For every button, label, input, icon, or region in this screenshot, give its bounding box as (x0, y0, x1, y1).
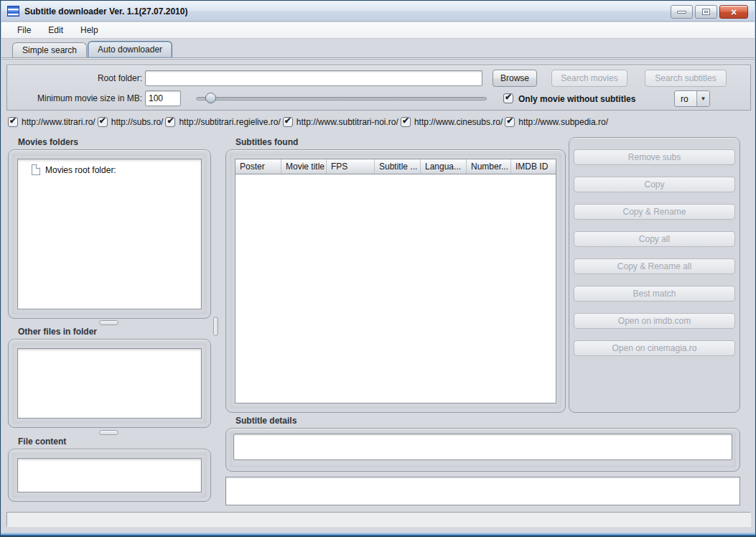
app-window: Subtitle downloader Ver. 1.1(27.07.2010)… (0, 0, 756, 537)
table-header-row: Poster Movie title FPS Subtitle ... Lang… (235, 159, 556, 174)
file-icon (32, 164, 40, 175)
status-bar (6, 512, 751, 527)
tab-auto-downloader[interactable]: Auto downloader (88, 41, 172, 57)
source-checkbox[interactable] (505, 117, 515, 127)
maximize-icon (702, 9, 710, 15)
source-checkbox[interactable] (165, 117, 175, 127)
source-url: http://subtitrari.regielive.ro/ (179, 117, 280, 127)
slider-track (196, 97, 487, 101)
app-icon (7, 6, 19, 17)
movies-folders-tree[interactable]: Movies root folder: (17, 159, 202, 309)
file-content-panel: File content (8, 436, 211, 502)
source-url: http://www.titrari.ro/ (22, 117, 95, 127)
movies-folders-title: Movies folders (8, 137, 211, 149)
min-size-label: Minimum movie size in MB: (7, 93, 142, 103)
actions-panel: Remove subs Copy Copy & Rename Copy all … (569, 137, 740, 413)
close-icon: × (731, 7, 737, 17)
close-button[interactable]: × (719, 5, 748, 19)
other-files-title: Other files in folder (8, 327, 211, 339)
window-controls: × (671, 5, 748, 19)
min-size-slider-thumb[interactable] (205, 93, 216, 103)
source-url: http://www.subtitrari-noi.ro/ (297, 117, 398, 127)
subtitles-found-box: Poster Movie title FPS Subtitle ... Lang… (225, 149, 566, 413)
only-without-subs-checkbox[interactable] (503, 93, 513, 103)
column-header-movie-title[interactable]: Movie title (281, 159, 327, 174)
other-files-panel: Other files in folder (8, 327, 211, 428)
search-subtitles-button[interactable]: Search subtitles (645, 70, 727, 87)
movies-folders-panel: Movies folders Movies root folder: (8, 137, 211, 319)
source-url: http://subs.ro/ (111, 117, 164, 127)
root-folder-label: Root folder: (7, 73, 142, 83)
horizontal-split-handle[interactable] (99, 430, 118, 435)
copy-rename-button[interactable]: Copy & Rename (574, 204, 735, 220)
language-value: ro (675, 91, 696, 106)
chevron-down-icon: ▼ (696, 91, 709, 106)
table-body[interactable] (235, 174, 556, 403)
tree-item-label: Movies root folder: (45, 165, 116, 175)
tab-content-divider (1, 57, 755, 60)
menu-bar: File Edit Help (1, 22, 755, 39)
open-cinemagia-button[interactable]: Open on cinemagia.ro (574, 340, 735, 356)
tree-item-root[interactable]: Movies root folder: (18, 159, 201, 175)
tab-simple-search[interactable]: Simple search (12, 42, 87, 57)
column-header-fps[interactable]: FPS (327, 159, 375, 174)
menu-edit[interactable]: Edit (39, 23, 72, 37)
open-imdb-button[interactable]: Open on imdb.com (574, 313, 735, 329)
source-item: http://www.titrari.ro/ (8, 117, 98, 127)
window-bottom-edge (1, 533, 755, 536)
title-bar: Subtitle downloader Ver. 1.1(27.07.2010)… (1, 1, 755, 22)
subtitles-table[interactable]: Poster Movie title FPS Subtitle ... Lang… (235, 159, 556, 403)
copy-rename-all-button[interactable]: Copy & Rename all (574, 258, 735, 274)
movies-folders-box: Movies root folder: (8, 149, 211, 319)
search-movies-button[interactable]: Search movies (551, 70, 627, 87)
min-size-input[interactable] (145, 90, 181, 106)
file-content-area[interactable] (17, 458, 202, 492)
column-header-language[interactable]: Langua... (421, 159, 467, 174)
menu-file[interactable]: File (9, 23, 39, 37)
copy-button[interactable]: Copy (574, 177, 735, 192)
maximize-button[interactable] (695, 5, 717, 19)
remove-subs-button[interactable]: Remove subs (574, 149, 735, 165)
window-title: Subtitle downloader Ver. 1.1(27.07.2010) (24, 6, 187, 17)
language-select[interactable]: ro ▼ (674, 90, 710, 107)
browse-button[interactable]: Browse (493, 70, 537, 87)
vertical-split-handle[interactable] (213, 317, 218, 336)
minimize-icon (677, 11, 686, 14)
min-size-slider[interactable] (196, 93, 487, 104)
source-checkbox[interactable] (401, 117, 411, 127)
horizontal-split-handle[interactable] (99, 320, 118, 325)
root-folder-input[interactable] (145, 70, 482, 86)
column-header-poster[interactable]: Poster (235, 159, 281, 174)
menu-help[interactable]: Help (72, 23, 107, 37)
other-files-box (8, 339, 211, 428)
subtitle-details-title: Subtitle details (225, 416, 740, 428)
other-files-list[interactable] (17, 348, 202, 419)
subtitle-details-box (225, 428, 740, 472)
tab-bar: Simple search Auto downloader (1, 39, 755, 57)
subtitle-sources-row: http://www.titrari.ro/ http://subs.ro/ h… (8, 113, 610, 131)
source-item: http://subs.ro/ (98, 117, 166, 127)
copy-all-button[interactable]: Copy all (574, 231, 735, 247)
source-url: http://www.subpedia.ro/ (518, 117, 608, 127)
column-header-subtitle[interactable]: Subtitle ... (375, 159, 421, 174)
source-item: http://www.subtitrari-noi.ro/ (283, 117, 401, 127)
source-item: http://www.subpedia.ro/ (505, 117, 610, 127)
minimize-button[interactable] (671, 5, 693, 19)
source-item: http://subtitrari.regielive.ro/ (165, 117, 282, 127)
search-settings-panel: Root folder: Browse Search movies Search… (6, 65, 751, 111)
source-checkbox[interactable] (283, 117, 293, 127)
column-header-imdb-id[interactable]: IMDB ID (511, 159, 556, 174)
file-content-title: File content (8, 436, 211, 449)
column-header-number[interactable]: Number... (467, 159, 511, 174)
source-item: http://www.cinesubs.ro/ (401, 117, 505, 127)
source-checkbox[interactable] (8, 117, 18, 127)
subtitles-found-panel: Subtitles found Poster Movie title FPS S… (225, 137, 566, 413)
only-without-subs-label: Only movie without subtitles (518, 94, 635, 104)
best-match-button[interactable]: Best match (574, 286, 735, 302)
source-url: http://www.cinesubs.ro/ (414, 117, 503, 127)
source-checkbox[interactable] (98, 117, 108, 127)
subtitles-found-title: Subtitles found (225, 137, 566, 149)
subtitle-details-input[interactable] (233, 434, 732, 460)
notes-textarea[interactable] (225, 477, 740, 505)
file-content-box (8, 449, 211, 502)
